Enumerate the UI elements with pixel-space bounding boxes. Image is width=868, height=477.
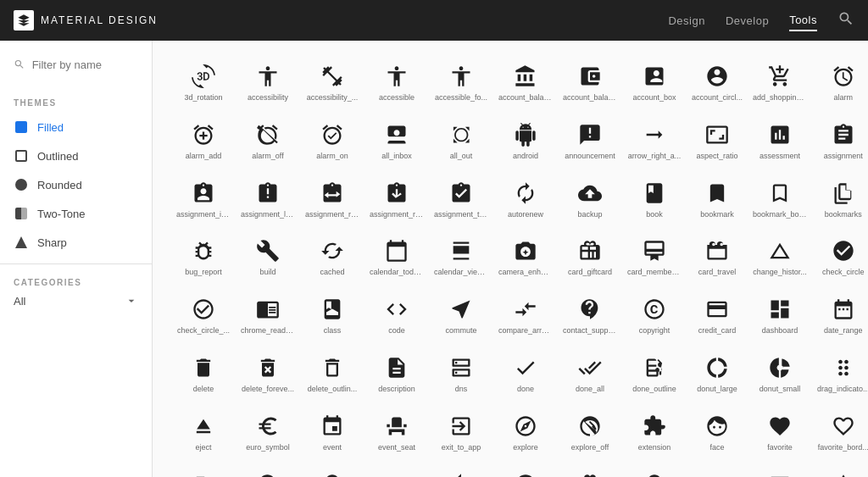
icon-row8-2[interactable]: find_replace (237, 463, 298, 477)
filter-input[interactable] (32, 58, 138, 71)
icon-commute[interactable]: commute (431, 287, 492, 342)
icon-check-circle[interactable]: check_circle (814, 229, 868, 284)
icon-face[interactable]: face (688, 404, 746, 459)
icon-accessible-forward[interactable]: accessible_fo... (431, 54, 492, 109)
icon-card-membership[interactable]: card_membersh... (624, 229, 685, 284)
icon-assignment-returned[interactable]: assignment_re... (366, 171, 427, 226)
icon-camera-enhance[interactable]: camera_enhanc... (495, 229, 556, 284)
icon-chrome-reader[interactable]: chrome_reader... (237, 287, 298, 342)
theme-outlined[interactable]: Outlined (0, 141, 152, 170)
icon-backup[interactable]: backup (559, 171, 620, 226)
icon-row8-5[interactable]: history (431, 463, 492, 477)
icon-all-out[interactable]: all_out (431, 113, 492, 168)
icon-contact-support[interactable]: contact_suppo... (559, 287, 620, 342)
icon-assignment-late[interactable]: assignment_la... (237, 171, 298, 226)
icon-account-balance[interactable]: account_balan... (495, 54, 556, 109)
icon-delete[interactable]: delete (173, 346, 234, 401)
icon-row8-1[interactable]: filter (173, 463, 234, 477)
icon-build[interactable]: build (237, 229, 298, 284)
icon-cached[interactable]: cached (302, 229, 363, 284)
icon-book[interactable]: book (624, 171, 685, 226)
icon-extension[interactable]: extension (624, 404, 685, 459)
icon-account-box[interactable]: account_box (624, 54, 685, 109)
icon-euro-symbol[interactable]: euro_symbol (237, 404, 298, 459)
icon-calendar-today[interactable]: calendar_toda... (366, 229, 427, 284)
icon-delete-outline[interactable]: delete_outlin... (302, 346, 363, 401)
icon-alarm-on[interactable]: alarm_on (302, 113, 363, 168)
icon-dashboard[interactable]: dashboard (749, 287, 810, 342)
icon-event-seat[interactable]: event_seat (366, 404, 427, 459)
icon-announcement[interactable]: announcement (559, 113, 620, 168)
icon-credit-card[interactable]: credit_card (688, 287, 746, 342)
icon-accessibility-new[interactable]: accessibility_... (302, 54, 363, 109)
categories-select[interactable]: All (14, 294, 138, 308)
icon-assignment-turned-in[interactable]: assignment_tu... (431, 171, 492, 226)
nav-tools[interactable]: Tools (789, 10, 817, 31)
icon-done[interactable]: done (495, 346, 556, 401)
icon-bookmark-border[interactable]: bookmark_bord... (749, 171, 810, 226)
icon-drag-indicator[interactable]: drag_indicato... (814, 346, 868, 401)
icon-donut-small[interactable]: donut_small (749, 346, 810, 401)
search-container[interactable] (0, 51, 152, 78)
icon-exit-to-app[interactable]: exit_to_app (431, 404, 492, 459)
icon-row8-4[interactable]: wifi (366, 463, 427, 477)
icon-copyright[interactable]: copyright (624, 287, 685, 342)
icon-add-shopping-cart[interactable]: add_shopping_... (749, 54, 810, 109)
theme-filled[interactable]: Filled (0, 113, 152, 141)
icon-row8-3[interactable]: flag (302, 463, 363, 477)
icon-arrow-right[interactable]: arrow_right_a... (624, 113, 685, 168)
icon-favorite-border[interactable]: favorite_bord... (814, 404, 868, 459)
icon-assessment[interactable]: assessment (749, 113, 810, 168)
header-search-icon[interactable] (837, 10, 854, 31)
theme-twotone[interactable]: Two-Tone (0, 199, 152, 228)
icon-explore[interactable]: explore (495, 404, 556, 459)
icon-card-giftcard[interactable]: card_giftcard (559, 229, 620, 284)
icon-row8-8[interactable]: location_on (624, 463, 685, 477)
icon-favorite[interactable]: favorite (749, 404, 810, 459)
icon-assignment[interactable]: assignment (814, 113, 868, 168)
icon-all-inbox[interactable]: all_inbox (366, 113, 427, 168)
icon-dns[interactable]: dns (431, 346, 492, 401)
icon-date-range[interactable]: date_range (814, 287, 868, 342)
nav-develop[interactable]: Develop (726, 11, 769, 31)
icon-row8-6[interactable]: info (495, 463, 556, 477)
icon-card-travel[interactable]: card_travel (688, 229, 746, 284)
icon-android[interactable]: android (495, 113, 556, 168)
icon-code[interactable]: code (366, 287, 427, 342)
icon-account-circle[interactable]: account_circl... (688, 54, 746, 109)
icon-delete-forever[interactable]: delete_foreve... (237, 346, 298, 401)
icon-row8-7[interactable]: label (559, 463, 620, 477)
icon-alarm[interactable]: alarm (814, 54, 868, 109)
icon-compare-arrows[interactable]: compare_arrow... (495, 287, 556, 342)
icon-autorenew[interactable]: autorenew (495, 171, 556, 226)
icon-row8-10[interactable]: markunread (749, 463, 810, 477)
icon-assignment-return[interactable]: assignment_re... (302, 171, 363, 226)
icon-alarm-add[interactable]: alarm_add (173, 113, 234, 168)
icon-check-circle-outline[interactable]: check_circle_... (173, 287, 234, 342)
icon-bug-report[interactable]: bug_report (173, 229, 234, 284)
icon-bookmark[interactable]: bookmark (688, 171, 746, 226)
icon-row8-9[interactable]: loyalty (688, 463, 746, 477)
icon-assignment-ind[interactable]: assignment_in... (173, 171, 234, 226)
nav-design[interactable]: Design (668, 11, 704, 31)
icon-3d-rotation[interactable]: 3d_rotation (173, 54, 234, 109)
theme-sharp[interactable]: Sharp (0, 228, 152, 257)
icon-accessible[interactable]: accessible (366, 54, 427, 109)
icon-eject[interactable]: eject (173, 404, 234, 459)
icon-aspect-ratio[interactable]: aspect_ratio (688, 113, 746, 168)
icon-calendar-view[interactable]: calendar_view... (431, 229, 492, 284)
icon-alarm-off[interactable]: alarm_off (237, 113, 298, 168)
icon-change-history[interactable]: change_histor... (749, 229, 810, 284)
theme-rounded[interactable]: Rounded (0, 170, 152, 199)
icon-donut-large[interactable]: donut_large (688, 346, 746, 401)
icon-explore-off[interactable]: explore_off (559, 404, 620, 459)
icon-class[interactable]: class (302, 287, 363, 342)
icon-accessibility[interactable]: accessibility (237, 54, 298, 109)
icon-bookmarks[interactable]: bookmarks (814, 171, 868, 226)
icon-row8-11[interactable]: navigation (814, 463, 868, 477)
icon-done-outline[interactable]: done_outline (624, 346, 685, 401)
icon-done-all[interactable]: done_all (559, 346, 620, 401)
icon-event[interactable]: event (302, 404, 363, 459)
icon-account-balance-wallet[interactable]: account_balan... (559, 54, 620, 109)
icon-description[interactable]: description (366, 346, 427, 401)
